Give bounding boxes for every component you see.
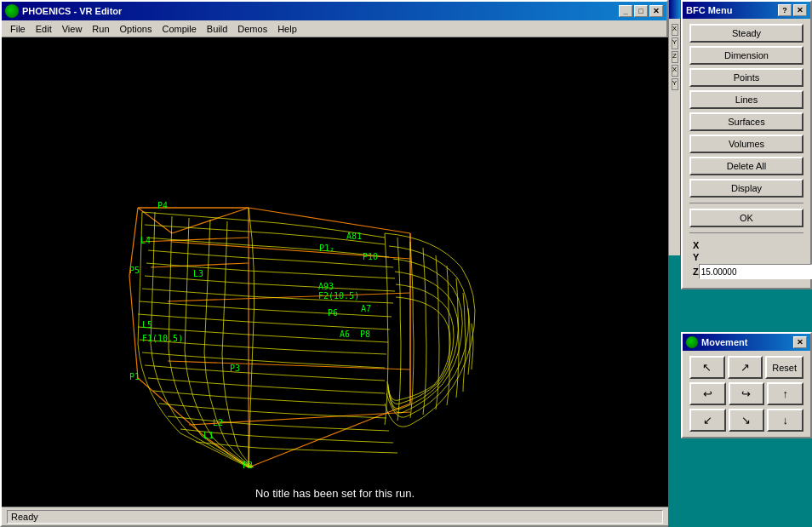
movement-bot-row: ↙ ↘ ↓	[689, 409, 803, 432]
wireframe-svg	[2, 37, 668, 508]
status-text: Ready	[7, 510, 663, 524]
z-input[interactable]	[699, 264, 812, 279]
bfc-menu-panel: BFC Menu ? ✕ Steady Dimension Points Lin…	[681, 0, 812, 289]
dimension-button[interactable]: Dimension	[689, 46, 803, 65]
menu-build[interactable]: Build	[202, 22, 232, 36]
partial-y2-label: Y	[672, 78, 678, 90]
y-label: Y	[693, 252, 705, 262]
minimize-button[interactable]: _	[619, 5, 632, 17]
volumes-button[interactable]: Volumes	[689, 135, 803, 153]
canvas-subtitle: No title has been set for this run.	[2, 487, 668, 500]
partial-z-label: Z	[672, 51, 678, 63]
svg-line-10	[168, 293, 410, 301]
x-label: X	[693, 240, 705, 250]
bfc-title-bar: BFC Menu ? ✕	[683, 2, 810, 19]
svg-line-17	[151, 263, 249, 267]
menu-view[interactable]: View	[57, 22, 88, 36]
y-row: Y	[693, 252, 800, 262]
menu-compile[interactable]: Compile	[157, 22, 201, 36]
reset-button[interactable]: Reset	[765, 356, 803, 379]
menu-file[interactable]: File	[5, 22, 31, 36]
app-icon	[5, 4, 19, 18]
x-row: X	[693, 240, 800, 250]
bfc-help-button[interactable]: ?	[778, 4, 792, 16]
z-label: Z	[693, 266, 699, 277]
menu-bar: File Edit View Run Options Compile Build…	[2, 20, 666, 37]
move-ul-button[interactable]: ↖	[689, 356, 725, 379]
movement-close-button[interactable]: ✕	[793, 336, 807, 348]
canvas-area: P4 L4 P5 L3 L5 F1(10.5) P3 P1 L2 L1 P2 A…	[2, 37, 668, 508]
move-up-button[interactable]: ↑	[767, 382, 803, 405]
move-right-button[interactable]: ↪	[729, 382, 765, 405]
svg-line-11	[168, 361, 410, 369]
main-window: PHOENICS - VR Editor _ □ ✕ File Edit Vie…	[0, 0, 668, 527]
bfc-close-button[interactable]: ✕	[793, 4, 807, 16]
display-button[interactable]: Display	[689, 179, 803, 198]
movement-icon	[686, 336, 698, 348]
menu-options[interactable]: Options	[115, 22, 157, 36]
svg-line-9	[172, 242, 410, 259]
menu-demos[interactable]: Demos	[232, 22, 272, 36]
partial-x2-label: X	[672, 65, 678, 77]
bfc-divider-2	[689, 232, 803, 233]
bfc-divider-1	[689, 203, 803, 203]
move-dr-button[interactable]: ↘	[729, 409, 765, 432]
move-dl-button[interactable]: ↙	[689, 409, 726, 432]
app-title: PHOENICS - VR Editor	[22, 6, 619, 16]
partial-x-label: X	[672, 24, 678, 36]
maximize-button[interactable]: □	[634, 5, 648, 17]
ok-button[interactable]: OK	[689, 209, 803, 227]
lines-button[interactable]: Lines	[689, 90, 803, 109]
delete-all-button[interactable]: Delete All	[689, 157, 803, 175]
partial-y-label: Y	[672, 37, 678, 49]
menu-help[interactable]: Help	[272, 22, 302, 36]
movement-mid-row: ↩ ↪ ↑	[689, 382, 803, 405]
title-bar: PHOENICS - VR Editor _ □ ✕	[2, 2, 666, 20]
move-down-button[interactable]: ↓	[767, 409, 803, 432]
points-button[interactable]: Points	[689, 68, 803, 87]
move-ur-button[interactable]: ↗	[728, 356, 763, 379]
menu-run[interactable]: Run	[87, 22, 114, 36]
close-button[interactable]: ✕	[649, 5, 663, 17]
partial-window: X Y Z X Y	[668, 0, 680, 255]
movement-content: ↖ ↗ Reset ↩ ↪ ↑ ↙ ↘ ↓	[683, 351, 810, 437]
z-row: Z ▲ ▼	[693, 264, 800, 279]
svg-line-2	[129, 208, 138, 276]
movement-title-text: Movement	[701, 337, 747, 347]
movement-panel: Movement ✕ ↖ ↗ Reset ↩ ↪ ↑ ↙ ↘ ↓	[681, 332, 812, 438]
bfc-content: Steady Dimension Points Lines Surfaces V…	[683, 19, 810, 288]
surfaces-button[interactable]: Surfaces	[689, 112, 803, 131]
menu-edit[interactable]: Edit	[31, 22, 57, 36]
window-controls: _ □ ✕	[619, 5, 663, 17]
bfc-title-text: BFC Menu	[686, 5, 778, 15]
move-left-button[interactable]: ↩	[689, 382, 726, 405]
status-bar: Ready	[2, 507, 668, 525]
svg-line-3	[129, 276, 138, 378]
bfc-window-controls: ? ✕	[778, 4, 807, 16]
movement-title-bar: Movement ✕	[683, 334, 810, 351]
movement-top-row: ↖ ↗ Reset	[689, 356, 803, 379]
xyz-section: X Y Z ▲ ▼	[689, 238, 803, 283]
steady-button[interactable]: Steady	[689, 24, 803, 43]
